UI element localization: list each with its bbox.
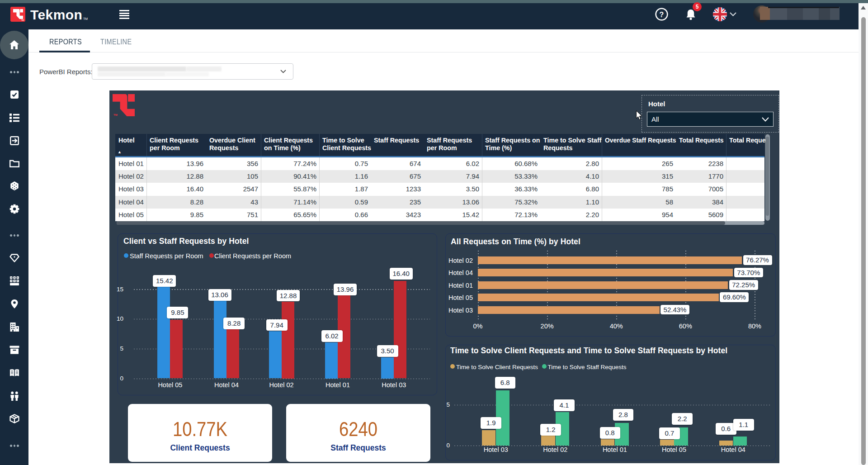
svg-text:?: ? xyxy=(660,10,664,18)
